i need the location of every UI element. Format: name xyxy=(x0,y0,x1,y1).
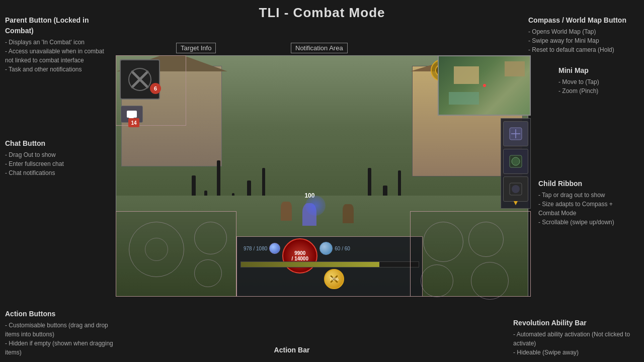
annotation-mini-map: Mini Map - Move to (Tap) - Zoom (Pinch) xyxy=(558,65,639,96)
minimap-player-dot xyxy=(483,84,486,87)
ribbon-item[interactable] xyxy=(503,176,528,202)
target-info-label: Target Info xyxy=(176,43,216,53)
target-x-icon xyxy=(127,67,152,92)
ribbon-item-icon xyxy=(508,182,523,197)
ability-circle-1[interactable] xyxy=(423,222,463,262)
annotation-action-bar: Action Bar xyxy=(274,345,310,357)
enemy-character xyxy=(281,202,292,221)
gem-icon xyxy=(269,243,280,254)
svg-point-12 xyxy=(512,185,520,193)
ability-circle-4[interactable] xyxy=(471,262,509,300)
annotation-action-buttons: Action Buttons - Customisable buttons (d… xyxy=(5,309,116,357)
annotation-chat-button: Chat Button - Drag Out to show - Enter f… xyxy=(5,138,96,177)
health-value: 9900 xyxy=(294,250,305,256)
ribbon-item-icon xyxy=(508,126,523,141)
stamina-icon xyxy=(319,242,333,255)
enemy-character xyxy=(343,204,354,223)
svg-point-10 xyxy=(512,157,520,165)
health-max: / 14000 xyxy=(292,256,308,261)
minimap-water xyxy=(449,92,479,105)
experience-bar xyxy=(240,261,419,267)
action-buttons-area[interactable] xyxy=(116,211,236,297)
experience-fill xyxy=(241,262,379,267)
mana-text: 978 / 1080 xyxy=(244,246,267,251)
minimap-building xyxy=(505,61,525,76)
joystick-inner[interactable] xyxy=(145,238,168,261)
annotation-child-ribbon: Child Ribbon - Tap or drag out to show -… xyxy=(538,178,639,227)
xp-percentage: 78% xyxy=(325,277,344,282)
stats-row: 978 / 1080 9900 / 14000 60 / 60 xyxy=(240,240,419,256)
minimap-terrain xyxy=(439,56,530,115)
notification-area-label: Notification Area xyxy=(291,43,348,53)
minimap-building xyxy=(454,66,479,84)
combat-effect xyxy=(305,196,326,216)
chat-notification-badge: 14 xyxy=(128,118,139,127)
page-title: TLI - Combat Mode xyxy=(259,5,385,21)
action-button-1[interactable] xyxy=(194,222,227,254)
chat-icon xyxy=(127,111,137,118)
ability-circle-2[interactable] xyxy=(468,222,504,257)
annotation-compass-button: Compass / World Map Button - Opens World… xyxy=(528,15,639,54)
ribbon-item[interactable] xyxy=(503,121,528,146)
health-badge: 9900 / 14000 xyxy=(282,238,317,274)
revolution-ability-bar[interactable] xyxy=(410,211,531,297)
action-button-2[interactable] xyxy=(194,259,222,287)
ribbon-item[interactable] xyxy=(503,149,528,174)
stamina-text: 60 / 60 xyxy=(335,246,350,251)
ribbon-scroll-arrow[interactable]: ▼ xyxy=(512,199,519,207)
target-level-badge: 6 xyxy=(150,83,161,94)
child-ribbon[interactable]: ▼ xyxy=(501,118,531,209)
ability-circle-3[interactable] xyxy=(421,264,453,297)
annotation-revolution-bar: Revolution Ability Bar - Automated abili… xyxy=(513,318,639,357)
mini-map[interactable] xyxy=(438,55,531,116)
annotation-parent-button: Parent Button (Locked in Combat) - Displ… xyxy=(5,15,106,74)
ribbon-item-icon xyxy=(508,154,523,169)
